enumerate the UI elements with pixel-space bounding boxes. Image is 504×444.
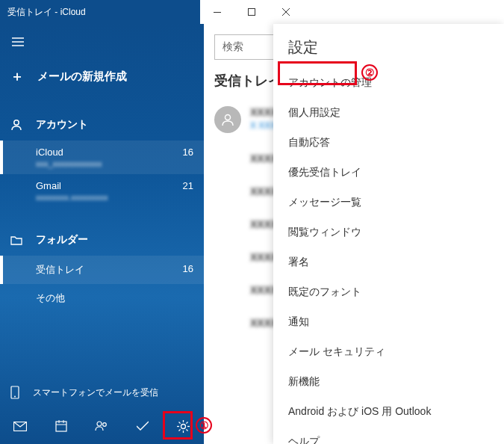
titlebar: 受信トレイ - iCloud [0,0,504,24]
compose-button[interactable]: ＋ メールの新規作成 [0,60,204,93]
settings-item-help[interactable]: ヘルプ [273,427,504,444]
svg-point-7 [14,120,19,125]
settings-item-focused[interactable]: 優先受信トレイ [273,158,504,188]
avatar-icon [214,106,241,133]
annotation-marker-1: ① [196,417,212,434]
svg-line-23 [187,429,188,431]
close-button[interactable] [269,0,303,24]
accounts-header[interactable]: アカウント [0,109,204,141]
folders-label: フォルダー [36,233,88,247]
settings-item-signature[interactable]: 署名 [273,247,504,277]
svg-line-22 [179,422,181,423]
svg-point-15 [97,422,102,426]
svg-rect-1 [249,9,255,16]
plus-icon: ＋ [10,67,24,85]
todo-icon[interactable] [122,408,164,444]
phone-promo[interactable]: スマートフォンでメールを受信 [0,377,204,408]
settings-item-font[interactable]: 既定のフォント [273,277,504,307]
settings-item-msglist[interactable]: メッセージ一覧 [273,188,504,218]
svg-point-16 [103,423,107,427]
svg-point-26 [225,115,231,120]
settings-item-autoreply[interactable]: 自動応答 [273,128,504,158]
maximize-button[interactable] [234,0,269,24]
bottom-toolbar [0,408,204,444]
settings-item-outlook[interactable]: Android および iOS 用 Outlook [273,397,504,427]
svg-rect-0 [214,12,221,13]
svg-line-25 [187,422,188,423]
settings-item-reading[interactable]: 閲覧ウィンドウ [273,218,504,247]
annotation-marker-2: ② [361,64,378,81]
settings-item-accounts[interactable]: アカウントの管理 [273,68,504,98]
settings-item-whatsnew[interactable]: 新機能 [273,367,504,397]
svg-point-9 [14,396,16,398]
compose-label: メールの新規作成 [37,70,127,84]
settings-item-notify[interactable]: 通知 [273,307,504,337]
folders-header[interactable]: フォルダー [0,224,204,256]
settings-item-personal[interactable]: 個人用設定 [273,98,504,128]
folder-other[interactable]: その他 [0,284,204,312]
svg-rect-11 [56,422,66,431]
mail-icon[interactable] [0,408,41,444]
people-icon[interactable] [81,408,122,444]
svg-point-17 [181,424,186,428]
minimize-button[interactable] [200,0,234,24]
settings-panel: 設定 アカウントの管理 個人用設定 自動応答 優先受信トレイ メッセージ一覧 閲… [273,24,504,444]
settings-title: 設定 [273,24,504,68]
account-gmail[interactable]: Gmail21 xxxxxxxx.xxxxxxxxx [0,174,204,208]
svg-line-24 [179,429,181,431]
settings-item-security[interactable]: メール セキュリティ [273,337,504,367]
calendar-icon[interactable] [41,408,82,444]
window-title: 受信トレイ - iCloud [0,6,200,19]
hamburger-icon[interactable] [0,24,36,60]
accounts-label: アカウント [36,118,88,132]
account-icloud[interactable]: iCloud16 xxx_xxxxxxxxxxxx [0,141,204,174]
sidebar: ＋ メールの新規作成 アカウント iCloud16 xxx_xxxxxxxxxx… [0,24,204,444]
folder-inbox[interactable]: 受信トレイ 16 [0,256,204,284]
